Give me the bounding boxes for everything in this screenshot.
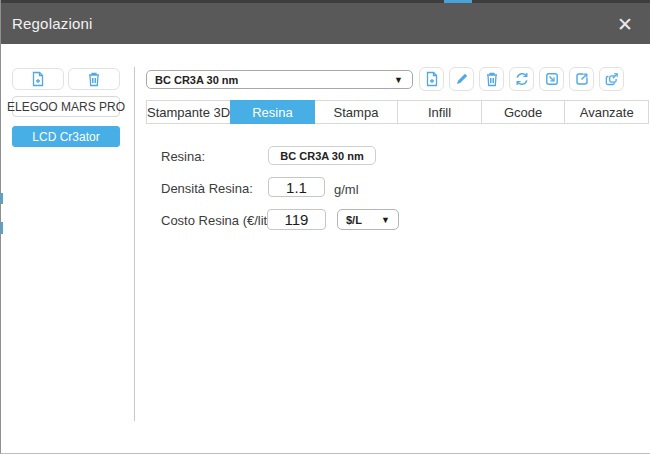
export-all-icon (604, 71, 620, 87)
densita-resina-input[interactable] (268, 177, 325, 197)
import-resin-button[interactable] (539, 67, 564, 91)
close-icon: ✕ (617, 13, 633, 36)
tab-label: Resina (252, 105, 292, 120)
resin-profile-dropdown[interactable]: BC CR3A 30 nm ▼ (146, 70, 413, 89)
export-all-resins-button[interactable] (599, 67, 624, 91)
dialog-title: Regolazioni (1, 15, 93, 32)
pencil-icon (454, 72, 469, 87)
costo-unit-dropdown[interactable]: $/L ▼ (337, 209, 399, 230)
sidebar-item-elegoo-mars-pro[interactable]: ELEGOO MARS PRO (12, 96, 120, 117)
tab-label: Stampa (334, 105, 379, 120)
tab-resina[interactable]: Resina (230, 100, 315, 124)
resina-name-value: BC CR3A 30 nm (280, 150, 363, 162)
tab-label: Gcode (504, 105, 542, 120)
background-edge-sliver (1, 193, 3, 204)
delete-resin-button[interactable] (479, 67, 504, 91)
tab-label: Infill (428, 105, 451, 120)
tab-gcode[interactable]: Gcode (481, 100, 566, 124)
export-icon (574, 71, 590, 87)
costo-resina-input[interactable] (267, 209, 326, 230)
settings-dialog: Regolazioni ✕ ELEGOO MARS PRO LCD Cr3ato… (0, 0, 650, 454)
densita-resina-label: Densità Resina: (161, 181, 253, 196)
import-icon (544, 71, 560, 87)
printer-profile-label: ELEGOO MARS PRO (7, 100, 125, 114)
add-resin-button[interactable] (419, 67, 444, 91)
tab-stampante-3d[interactable]: Stampante 3D (146, 100, 231, 124)
reset-resin-button[interactable] (509, 67, 534, 91)
add-file-icon (31, 71, 45, 87)
add-printer-profile-button[interactable] (12, 68, 64, 90)
tab-avanzate[interactable]: Avanzate (564, 100, 649, 124)
delete-printer-profile-button[interactable] (68, 68, 120, 90)
chevron-down-icon: ▼ (381, 215, 398, 225)
tab-infill[interactable]: Infill (397, 100, 482, 124)
chevron-down-icon: ▼ (394, 75, 412, 85)
trash-icon (87, 71, 101, 87)
settings-tabs: Stampante 3D Resina Stampa Infill Gcode … (146, 100, 649, 124)
dialog-titlebar: Regolazioni ✕ (1, 3, 650, 44)
sidebar-divider (134, 67, 135, 421)
costo-unit-value: $/L (338, 214, 381, 226)
sidebar-item-lcd-cr3ator[interactable]: LCD Cr3ator (12, 126, 120, 147)
refresh-icon (514, 71, 530, 87)
edit-resin-button[interactable] (449, 67, 474, 91)
resin-profile-dropdown-value: BC CR3A 30 nm (147, 74, 394, 86)
trash-icon (485, 71, 499, 87)
printer-profile-label: LCD Cr3ator (32, 130, 99, 144)
tab-label: Stampante 3D (147, 105, 230, 120)
background-edge-sliver (1, 222, 3, 234)
add-file-icon (425, 71, 439, 87)
close-button[interactable]: ✕ (609, 8, 641, 40)
densita-unit-label: g/ml (334, 182, 359, 197)
tab-label: Avanzate (580, 105, 634, 120)
tab-stampa[interactable]: Stampa (314, 100, 399, 124)
resina-name-field[interactable]: BC CR3A 30 nm (268, 146, 376, 165)
export-resin-button[interactable] (569, 67, 594, 91)
resina-label: Resina: (161, 149, 205, 164)
